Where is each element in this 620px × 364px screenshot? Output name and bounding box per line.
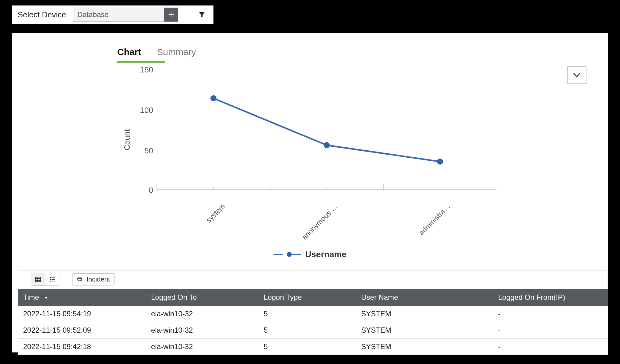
svg-point-4 [50,281,51,282]
plus-icon [168,11,174,18]
chart-plot[interactable] [157,68,496,190]
toolbar-divider [187,9,187,20]
chart-legend: Username [12,250,608,259]
filter-icon [198,11,206,18]
filter-button[interactable] [196,9,208,21]
tab-chart[interactable]: Chart [117,47,141,62]
chart-point[interactable] [437,159,443,165]
y-tick: 50 [129,146,153,156]
main-panel: Chart Summary Count 150 100 50 0 [12,33,608,352]
select-device-label: Select Device [18,10,66,19]
col-time[interactable]: Time [18,289,146,306]
tab-summary[interactable]: Summary [157,47,196,62]
view-toggle-group [31,273,59,286]
cell-user: SYSTEM [356,322,493,338]
svg-point-6 [78,277,82,281]
list-icon [49,276,56,283]
col-user-name[interactable]: User Name [356,289,493,306]
col-label: Logged On From(IP) [498,293,565,301]
view-list-button[interactable] [45,273,59,285]
svg-rect-3 [51,279,55,280]
col-label: Logon Type [264,293,302,301]
cell-user: SYSTEM [356,338,493,355]
grid-icon [34,276,42,283]
table-header: Time Logged On To Logon Type User Name L… [18,289,608,306]
legend-line-segment [292,254,301,255]
svg-rect-1 [51,278,55,278]
tabs-underline [117,64,548,64]
y-tick: 150 [129,65,153,75]
y-tick: 0 [129,186,153,195]
legend-dot-icon [287,252,292,257]
table-toolbar: Incident [18,270,608,289]
cell-logon-type: 5 [258,306,356,322]
device-input-wrap [73,8,178,22]
svg-rect-5 [51,281,55,282]
cell-host: ela-win10-32 [146,322,258,338]
add-device-button[interactable] [164,8,178,22]
chart-category-label: anonymous … [291,202,340,251]
cell-time: 2022-11-15 09:52:09 [18,322,146,338]
cell-time: 2022-11-15 09:42:18 [18,338,146,355]
chart: Count 150 100 50 0 system anonymous … [117,65,507,260]
chevron-down-icon [572,71,581,80]
col-logon-type[interactable]: Logon Type [258,289,356,306]
cell-from: - [493,338,608,355]
cell-from: - [493,322,608,338]
col-logged-on-to[interactable]: Logged On To [146,289,258,306]
svg-point-0 [50,277,51,278]
chart-svg [157,68,496,190]
incident-button-label: Incident [86,275,110,283]
cell-logon-type: 5 [258,338,356,355]
device-toolbar: Select Device [12,5,213,24]
cell-from: - [493,306,608,322]
legend-line-segment [273,254,283,255]
cell-logon-type: 5 [258,322,356,338]
cell-host: ela-win10-32 [146,338,258,355]
tabs: Chart Summary [117,47,196,62]
incident-button[interactable]: Incident [72,273,114,285]
view-grid-button[interactable] [31,273,45,285]
chart-point[interactable] [210,95,217,101]
cell-host: ela-win10-32 [146,306,258,322]
chart-category-label: system [178,202,227,251]
results-section: Incident Time Logged On To Logon Type Us… [18,270,608,355]
col-logged-on-from[interactable]: Logged On From(IP) [493,289,608,306]
table-row[interactable]: 2022-11-15 09:54:19 ela-win10-32 5 SYSTE… [18,306,608,322]
chart-point[interactable] [324,142,330,148]
col-label: User Name [361,293,398,301]
col-time-label: Time [23,293,39,301]
y-tick: 100 [129,106,153,115]
device-input[interactable] [73,8,164,22]
legend-series-label[interactable]: Username [305,250,346,259]
chart-expand-button[interactable] [567,66,587,84]
cell-time: 2022-11-15 09:54:19 [18,306,146,322]
svg-point-2 [50,279,51,280]
chart-line-username [213,98,440,162]
chart-category-label: administra… [403,202,452,251]
fingerprint-search-icon [77,276,83,283]
table-row[interactable]: 2022-11-15 09:42:18 ela-win10-32 5 SYSTE… [18,338,608,355]
col-label: Logged On To [151,293,197,301]
sort-desc-icon [44,293,48,302]
results-table: Time Logged On To Logon Type User Name L… [18,289,608,355]
table-row[interactable]: 2022-11-15 09:52:09 ela-win10-32 5 SYSTE… [18,322,608,338]
cell-user: SYSTEM [356,306,493,322]
